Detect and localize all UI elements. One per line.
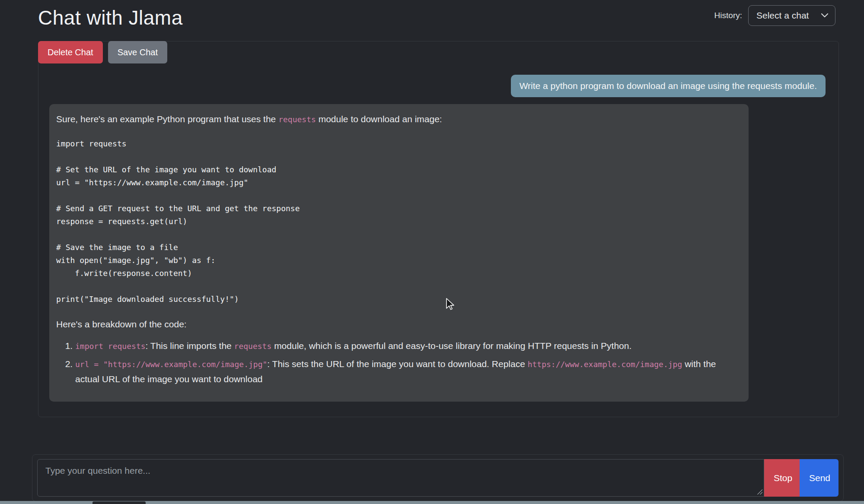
- composer-container: Stop Send: [32, 454, 844, 501]
- inline-code: https://www.example.com/image.jpg: [528, 360, 682, 369]
- list-text: : This line imports the: [146, 341, 234, 351]
- intro-text: module to download an image:: [316, 114, 442, 124]
- breakdown-heading: Here's a breakdown of the code:: [56, 318, 737, 331]
- save-chat-button[interactable]: Save Chat: [108, 41, 167, 63]
- assistant-message-bubble: Sure, here's an example Python program t…: [49, 104, 749, 402]
- assistant-code-block: import requests # Set the URL of the ima…: [56, 137, 737, 306]
- bottom-partial-fragment: [92, 501, 146, 504]
- question-input-wrap: [37, 459, 764, 497]
- inline-code: import requests: [75, 342, 146, 351]
- inline-code: requests: [234, 342, 272, 351]
- user-message-bubble: Write a python program to download an im…: [511, 75, 826, 97]
- question-input[interactable]: [37, 459, 764, 497]
- bottom-partial-strip: [0, 501, 864, 504]
- list-text: module, which is a powerful and easy-to-…: [271, 341, 631, 351]
- chevron-down-icon: [821, 13, 828, 18]
- user-message-row: Write a python program to download an im…: [49, 75, 826, 97]
- breakdown-list: import requests: This line imports the r…: [56, 339, 737, 387]
- intro-text: Sure, here's an example Python program t…: [56, 114, 278, 124]
- history-label: History:: [714, 11, 742, 20]
- list-text: : This sets the URL of the image you wan…: [267, 359, 527, 369]
- chat-toolbar: Delete Chat Save Chat: [38, 41, 838, 63]
- history-section: History: Select a chat: [714, 5, 835, 26]
- history-select[interactable]: Select a chat: [748, 5, 835, 26]
- assistant-intro: Sure, here's an example Python program t…: [56, 113, 737, 126]
- chat-container: Delete Chat Save Chat Write a python pro…: [38, 41, 839, 417]
- composer-row: Stop Send: [37, 459, 838, 497]
- delete-chat-button[interactable]: Delete Chat: [38, 41, 103, 63]
- stop-button[interactable]: Stop: [764, 459, 800, 497]
- history-select-value: Select a chat: [756, 10, 809, 21]
- inline-code: url = "https://www.example.com/image.jpg…: [75, 360, 267, 369]
- app-background: { "header": { "title": "Chat with Jlama"…: [0, 0, 864, 504]
- breakdown-list-item: import requests: This line imports the r…: [75, 339, 737, 354]
- send-button[interactable]: Send: [800, 459, 838, 497]
- message-list: Write a python program to download an im…: [38, 63, 838, 417]
- inline-code: requests: [278, 115, 316, 124]
- breakdown-list-item: url = "https://www.example.com/image.jpg…: [75, 357, 737, 387]
